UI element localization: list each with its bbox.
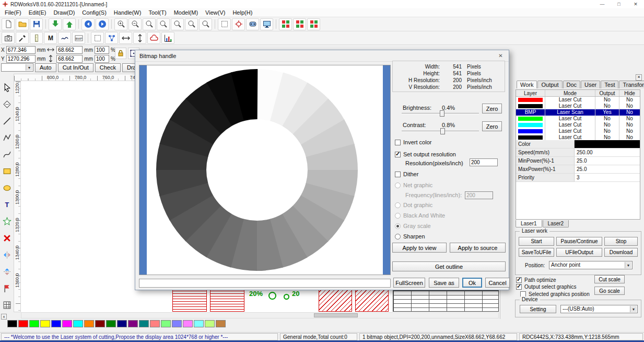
lock-ratio-icon[interactable]	[115, 48, 126, 59]
palette-color-15[interactable]	[172, 320, 182, 327]
menu-toolt[interactable]: Tool(T)	[145, 9, 170, 16]
laser-download-button[interactable]: Download	[604, 248, 638, 257]
brightness-zero-button[interactable]: Zero	[482, 104, 502, 113]
cancel-button[interactable]: Cancel	[485, 278, 510, 288]
apply-to-view-button[interactable]: Apply to view	[392, 243, 447, 253]
save-as-button[interactable]: Save as	[429, 278, 459, 288]
laser-start-button[interactable]: Start	[519, 237, 554, 246]
prop-value[interactable]: 3	[575, 174, 640, 181]
brightness-slider-thumb[interactable]	[440, 110, 444, 117]
menu-viewv[interactable]: View(V)	[202, 9, 229, 16]
tool-star-button[interactable]	[1, 215, 13, 227]
layer-row[interactable]: Laser CutNoNo	[516, 116, 640, 122]
palette-color-13[interactable]	[150, 320, 160, 327]
toolbar-select-mode-button[interactable]	[218, 18, 231, 30]
palette-color-17[interactable]	[194, 320, 204, 327]
frequency-input[interactable]	[465, 191, 493, 199]
auto-button[interactable]: Auto	[35, 63, 56, 72]
horizontal-scrollbar[interactable]	[21, 312, 499, 318]
set-output-resolution-box[interactable]	[395, 152, 401, 157]
menu-drawd[interactable]: Draw(D)	[50, 9, 78, 16]
palette-color-7[interactable]	[84, 320, 94, 327]
menu-helph[interactable]: Help(H)	[229, 9, 256, 16]
palette-color-2[interactable]	[29, 320, 39, 327]
toolbar-measure-button[interactable]	[30, 32, 43, 44]
toolbar-zoom-page-button[interactable]	[185, 18, 198, 30]
toolbar-zoom-select-button[interactable]	[171, 18, 184, 30]
get-outline-button[interactable]: Get outline	[392, 261, 506, 271]
go-scale-button[interactable]: Go scale	[594, 287, 625, 295]
device-select[interactable]: ---(USB:Auto) ▼	[560, 305, 638, 313]
toolbar-color-pick-button[interactable]	[16, 32, 29, 44]
combo-dropdown-icon[interactable]: ▼	[26, 64, 32, 71]
output-select-graphics-checkbox[interactable]: Output select graphics	[516, 284, 577, 290]
device-select-arrow-icon[interactable]: ▼	[630, 306, 637, 312]
position-select[interactable]: Anchor point ▼	[549, 261, 633, 269]
panel-close-icon[interactable]: ✕	[636, 74, 642, 81]
palette-color-11[interactable]	[128, 320, 138, 327]
laser-pause-continue-button[interactable]: Pause/Continue	[556, 237, 602, 246]
laser-stop-button[interactable]: Stop	[604, 237, 638, 246]
toolbar-zoom-out-button[interactable]	[128, 18, 142, 30]
tab-doc[interactable]: Doc	[563, 81, 581, 88]
radio-net-graphic[interactable]: Net graphic	[395, 180, 505, 190]
dither-checkbox[interactable]: Dither	[395, 171, 418, 177]
palette-color-14[interactable]	[161, 320, 171, 327]
dialog-titlebar[interactable]: Bitmap handle ✕	[135, 50, 509, 62]
prop-value[interactable]	[575, 140, 640, 148]
layer-row[interactable]: Laser CutNoNo	[516, 103, 640, 109]
toolbar-simulate-button[interactable]	[246, 18, 259, 30]
size-preset-combo[interactable]: ▼	[1, 63, 33, 72]
palette-color-12[interactable]	[139, 320, 149, 327]
palette-color-18[interactable]	[205, 320, 215, 327]
minimize-button[interactable]: —	[594, 0, 611, 8]
tool-delete-button[interactable]	[1, 232, 13, 244]
cut-scale-button[interactable]: Cut scale	[594, 275, 625, 283]
layer-row[interactable]: Laser CutNoNo	[516, 122, 640, 128]
maximize-button[interactable]: □	[611, 0, 627, 8]
apply-to-source-button[interactable]: Apply to source	[450, 243, 506, 253]
tool-rectangle-button[interactable]	[1, 165, 13, 177]
height-input[interactable]	[56, 55, 83, 63]
check-button[interactable]: Check	[95, 63, 121, 72]
prop-value[interactable]: 25.0	[575, 157, 640, 165]
tool-node-edit-button[interactable]	[1, 98, 13, 110]
tool-mirror-horizontal-button[interactable]	[1, 249, 13, 260]
device-setting-button[interactable]: Setting	[520, 305, 556, 313]
x-position-input[interactable]	[6, 46, 36, 54]
toolbar-array-copy-3-button[interactable]	[307, 18, 320, 30]
toolbar-weld-button[interactable]	[147, 32, 160, 44]
radio-black-and-white[interactable]: Black And White	[395, 210, 505, 221]
tab-user[interactable]: User	[581, 81, 600, 88]
contrast-slider-thumb[interactable]	[440, 128, 445, 134]
toolbar-zoom-in-button[interactable]	[114, 18, 127, 30]
menu-filef[interactable]: File(F)	[1, 9, 25, 16]
laser-ufileoutput-button[interactable]: UFileOutput	[556, 248, 602, 257]
tool-text-button[interactable]: T	[1, 199, 13, 210]
toolbar-open-button[interactable]	[16, 18, 29, 30]
path-optimize-box[interactable]	[516, 277, 522, 283]
dither-box[interactable]	[395, 172, 401, 177]
toolbar-export-button[interactable]	[63, 18, 76, 30]
toolbar-zoom-to-layer-button[interactable]	[143, 18, 156, 30]
invert-color-box[interactable]	[395, 140, 401, 145]
radio-dot-graphic[interactable]: Dot graphic	[395, 200, 505, 210]
toolbar-bitmap-handle-button[interactable]: BMP	[72, 32, 85, 44]
tool-mirror-vertical-button[interactable]	[1, 266, 13, 277]
horizontal-scrollbar-thumb[interactable]	[314, 313, 358, 317]
toolbar-save-button[interactable]	[30, 18, 43, 30]
layer-row[interactable]: BMPLaser ScanYesNo	[516, 109, 640, 116]
toolbar-preview-monitor-button[interactable]	[260, 18, 273, 30]
resolution-input[interactable]	[470, 158, 498, 166]
palette-color-9[interactable]	[106, 320, 116, 327]
prop-value[interactable]: 250.00	[575, 149, 640, 156]
tool-polyline-button[interactable]	[1, 132, 13, 143]
fullscreen-button[interactable]: FullScreen	[393, 278, 425, 288]
palette-color-3[interactable]	[40, 320, 50, 327]
ok-button[interactable]: Ok	[462, 278, 482, 288]
layer-row[interactable]: Laser CutNoNo	[516, 128, 640, 134]
toolbar-capture-button[interactable]	[2, 32, 15, 44]
dialog-close-icon[interactable]: ✕	[497, 52, 505, 60]
position-select-arrow-icon[interactable]: ▼	[625, 262, 631, 268]
tab-transform[interactable]: Transform	[619, 81, 644, 88]
